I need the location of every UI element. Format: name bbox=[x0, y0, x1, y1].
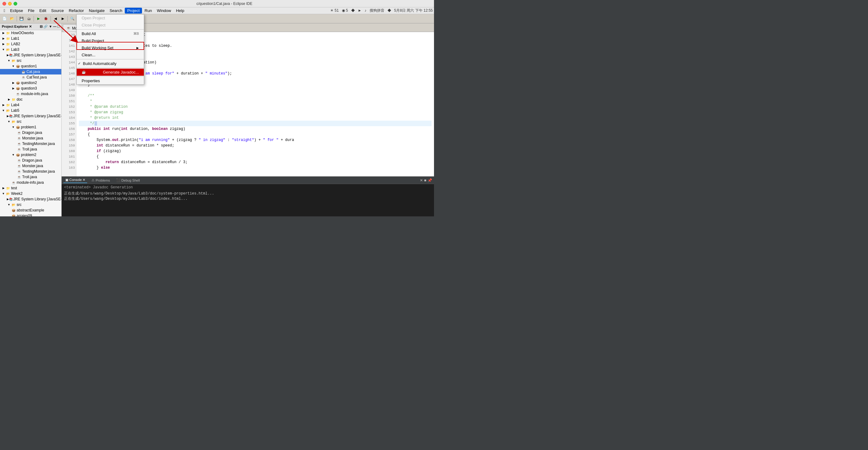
sidebar-item-lab3[interactable]: ▼ 📂 Lab3 bbox=[0, 47, 61, 52]
sidebar-item-problem1[interactable]: ▼ 📦 problem1 bbox=[0, 124, 61, 130]
line-num-161: 161 bbox=[63, 154, 75, 159]
expand-arrow: ▼ bbox=[11, 153, 16, 157]
console-tab-console[interactable]: ▣ Console ✕ bbox=[63, 177, 87, 183]
line-num-151: 151 bbox=[63, 98, 75, 104]
sidebar-item-monster-p1[interactable]: ☕ Monster.java bbox=[0, 135, 61, 141]
toolbar-debug[interactable]: 🐞 bbox=[42, 15, 49, 22]
code-text: { bbox=[79, 154, 99, 159]
sidebar-item-question2[interactable]: ▶ 📦 question2 bbox=[0, 80, 61, 86]
sidebar-item-week2[interactable]: ▼ 📂 Week2 bbox=[0, 191, 61, 196]
sidebar-item-src-lab3[interactable]: ▼ 📂 src bbox=[0, 58, 61, 63]
menu-source[interactable]: Source bbox=[49, 8, 66, 13]
menu-project[interactable]: Project bbox=[125, 8, 142, 13]
sidebar-item-testingmonster-p2[interactable]: ☕ TestingMonster.java bbox=[0, 169, 61, 174]
sidebar-item-question3[interactable]: ▶ 📦 question3 bbox=[0, 86, 61, 91]
menu-item-clean[interactable]: Clean... bbox=[77, 52, 144, 59]
maximize-view-icon[interactable]: □ bbox=[57, 25, 59, 29]
minimize-button[interactable] bbox=[8, 2, 12, 5]
menu-refactor[interactable]: Refactor bbox=[66, 8, 86, 13]
console-tab-problems[interactable]: ⚠ Problems bbox=[90, 178, 112, 183]
code-keyword: boolean bbox=[152, 126, 167, 132]
menu-item-open-project[interactable]: Open Project bbox=[77, 14, 144, 22]
sidebar-item-troll-p2[interactable]: ☕ Troll.java bbox=[0, 174, 61, 180]
collapse-all-icon[interactable]: ⊟ bbox=[40, 25, 42, 29]
sidebar-item-arraies09[interactable]: 📦 arraies09 bbox=[0, 213, 61, 216]
console-stop-btn[interactable]: ■ bbox=[424, 178, 426, 183]
sidebar-item-dragon-p2[interactable]: ☕ Dragon.java bbox=[0, 158, 61, 163]
toolbar-back[interactable]: ◀ bbox=[52, 15, 59, 22]
sidebar-item-lab5[interactable]: ▼ 📂 Lab5 bbox=[0, 108, 61, 113]
sidebar-item-test[interactable]: ▶ 📁 test bbox=[0, 185, 61, 191]
menu-run[interactable]: Run bbox=[142, 8, 154, 13]
console-clear-btn[interactable]: ✕ bbox=[420, 178, 423, 183]
sidebar-item-label: Troll.java bbox=[22, 175, 37, 179]
menu-separator-1 bbox=[77, 29, 144, 30]
menu-item-properties[interactable]: Properties bbox=[77, 77, 144, 84]
console-tab-debugshell[interactable]: ⬛ Debug Shell bbox=[114, 178, 142, 183]
menu-item-label: Open Project bbox=[82, 16, 105, 20]
sidebar-item-module-info-lab3[interactable]: ☕ module-info.java bbox=[0, 91, 61, 97]
minimize-view-icon[interactable]: — bbox=[53, 25, 56, 29]
menu-item-build-working-set[interactable]: Build Working Set ▶ bbox=[77, 44, 144, 52]
menu-item-close-project[interactable]: Close Project bbox=[77, 22, 144, 29]
console-line-2: 正在生成/Users/wang/Desktop/myJava/Lab3/doc/… bbox=[64, 196, 432, 201]
close-button[interactable] bbox=[2, 2, 6, 5]
toolbar-run[interactable]: ▶ bbox=[35, 15, 42, 22]
search-toolbar-btn[interactable]: 🔍 bbox=[69, 15, 76, 22]
maximize-button[interactable] bbox=[13, 2, 17, 5]
sidebar-item-lab1[interactable]: ▶ 📁 Lab1 bbox=[0, 36, 61, 41]
menu-file[interactable]: File bbox=[26, 8, 37, 13]
menu-help[interactable]: Help bbox=[174, 8, 187, 13]
menu-apple[interactable]:  bbox=[1, 8, 8, 13]
toolbar-open[interactable]: 📂 bbox=[9, 15, 16, 22]
sidebar-item-lab2[interactable]: ▶ 📁 LAB2 bbox=[0, 41, 61, 47]
sidebar-item-cat-java[interactable]: ☕ Cat.java bbox=[0, 69, 61, 74]
sidebar-item-howooworks[interactable]: ▶ 📁 HowOOworks bbox=[0, 30, 61, 36]
code-string: "straight" bbox=[232, 137, 254, 143]
sidebar-item-src-lab5[interactable]: ▼ 📂 src bbox=[0, 119, 61, 124]
menu-navigate[interactable]: Navigate bbox=[86, 8, 107, 13]
menu-eclipse[interactable]: Eclipse bbox=[8, 8, 26, 13]
sidebar-item-label: problem2 bbox=[21, 153, 36, 157]
sidebar-item-abstractexample[interactable]: 📦 abstractExample bbox=[0, 207, 61, 213]
menu-search[interactable]: Search bbox=[107, 8, 125, 13]
menu-item-build-all[interactable]: Build All ⌘B bbox=[77, 30, 144, 37]
toolbar-new[interactable]: 📄 bbox=[1, 15, 8, 22]
menu-window[interactable]: Window bbox=[154, 8, 174, 13]
sidebar-item-jre-week2[interactable]: ▶ 📚 JRE System Library [JavaSE-14] bbox=[0, 196, 61, 202]
console-pin-btn[interactable]: 📌 bbox=[428, 178, 432, 183]
sidebar-item-question1[interactable]: ▼ 📦 question1 bbox=[0, 63, 61, 69]
sidebar-item-src-week2[interactable]: ▼ 📂 src bbox=[0, 202, 61, 207]
sidebar-item-dragon-p1[interactable]: ☕ Dragon.java bbox=[0, 130, 61, 135]
menu-item-generate-javadoc[interactable]: ☕ Generate Javadoc... bbox=[77, 69, 144, 76]
sidebar-item-label: question2 bbox=[21, 81, 37, 85]
view-menu-icon[interactable]: ▼ bbox=[49, 25, 52, 29]
sidebar-item-monster-p2[interactable]: ☕ Monster.java bbox=[0, 163, 61, 169]
java-file-icon: ☕ bbox=[16, 91, 20, 96]
problems-tab-label: Problems bbox=[95, 179, 110, 182]
link-with-editor-icon[interactable]: 🔗 bbox=[43, 25, 48, 29]
sidebar-item-jre-lab3[interactable]: ▶ 📚 JRE System Library [JavaSE-14] bbox=[0, 52, 61, 58]
sidebar-item-doc[interactable]: ▶ 📁 doc bbox=[0, 97, 61, 102]
expand-arrow bbox=[17, 70, 21, 74]
menu-item-build-automatically[interactable]: ✓ Build Automatically bbox=[77, 60, 144, 67]
code-string: "i am running" bbox=[138, 137, 170, 143]
menu-item-build-project[interactable]: Build Project bbox=[77, 37, 144, 44]
sidebar-item-problem2[interactable]: ▼ 📦 problem2 bbox=[0, 152, 61, 158]
toolbar-forward[interactable]: ▶ bbox=[59, 15, 66, 22]
sidebar-item-module-info-lab5[interactable]: ☕ module-info.java bbox=[0, 180, 61, 185]
sidebar-item-label: question1 bbox=[21, 64, 37, 68]
sidebar-item-jre-lab5[interactable]: ▶ 📚 JRE System Library [JavaSE-14] bbox=[0, 113, 61, 119]
sidebar-item-lab4[interactable]: ▶ 📁 Lab4 bbox=[0, 102, 61, 108]
toolbar-save-all[interactable]: 🗂 bbox=[26, 15, 32, 22]
sidebar-item-troll-p1[interactable]: ☕ Troll.java bbox=[0, 147, 61, 152]
line-num-153: 153 bbox=[63, 109, 75, 115]
code-keyword: int bbox=[121, 126, 128, 132]
sidebar-item-cattest-java[interactable]: ☕ CatTest.java bbox=[0, 74, 61, 80]
sidebar-item-label: JRE System Library [JavaSE-14] bbox=[13, 114, 62, 118]
sidebar-item-testingmonster-p1[interactable]: ☕ TestingMonster.java bbox=[0, 141, 61, 147]
menu-edit[interactable]: Edit bbox=[37, 8, 49, 13]
toolbar-save[interactable]: 💾 bbox=[18, 15, 25, 22]
code-text: + (zigzag ? bbox=[170, 137, 199, 143]
code-keyword: int bbox=[103, 126, 110, 132]
